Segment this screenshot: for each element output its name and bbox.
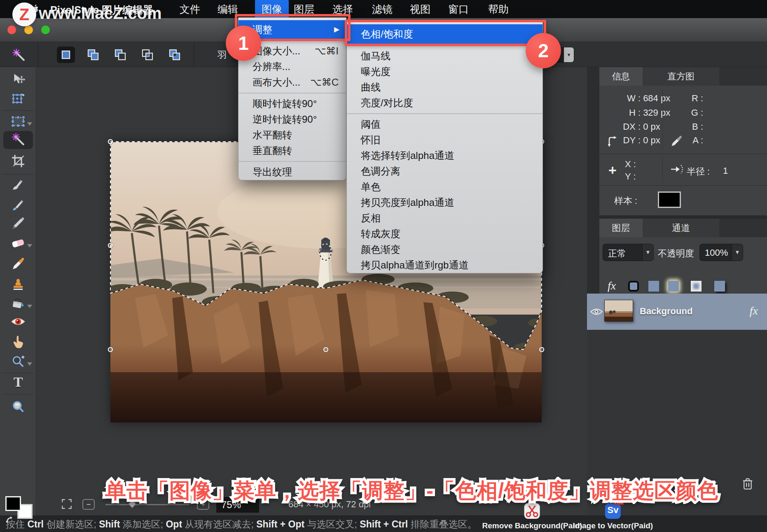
marquee-icon	[11, 115, 26, 129]
style-fill-button[interactable]	[648, 281, 659, 292]
adjust-submenu-item-10[interactable]: 色调分离	[347, 163, 543, 179]
selection-mode-add-selection[interactable]	[84, 47, 102, 63]
adjust-submenu-item-9[interactable]: 将选择转到alpha通道	[347, 148, 543, 163]
adjust-submenu-item-16[interactable]: 拷贝alpha通道到rgb通道	[347, 257, 543, 273]
radius-value: 1	[723, 166, 728, 176]
style-shadow-button[interactable]	[714, 281, 725, 292]
selection-mode-exclude-selection[interactable]	[166, 47, 184, 63]
image-menu-item-7[interactable]: 逆时针旋转90°	[239, 112, 346, 127]
crop-tool[interactable]	[3, 153, 33, 171]
flyout-arrow-icon	[27, 122, 32, 126]
style-stroke-button[interactable]	[628, 281, 639, 292]
hint-text: 排除重叠选区。	[408, 519, 477, 530]
adjust-submenu-item-11[interactable]: 单色	[347, 179, 543, 195]
adjust-submenu-item-14[interactable]: 转成灰度	[347, 226, 543, 242]
adjust-submenu-item-5[interactable]: 亮度/对比度	[347, 95, 543, 111]
current-tool-wand-icon	[12, 48, 26, 63]
text-tool[interactable]: T	[3, 373, 33, 391]
image-menu-item-9[interactable]: 垂直翻转	[239, 143, 346, 159]
image-menu-item-11[interactable]: 导出纹理	[239, 164, 346, 180]
selection-mode-subtract-selection[interactable]	[111, 47, 129, 63]
tab-info[interactable]: 信息	[599, 67, 643, 86]
dim-value: 684 px	[643, 93, 670, 103]
layer-visibility-eye-icon[interactable]	[590, 308, 603, 317]
adjust-submenu-item-2[interactable]: 伽马线	[347, 48, 543, 64]
macz-logo: Z	[12, 2, 36, 26]
stamp-icon	[11, 277, 25, 293]
marquee-select-tool[interactable]	[3, 113, 33, 131]
style-blur-button[interactable]	[691, 281, 702, 292]
flyout-arrow-icon	[27, 362, 32, 366]
fit-screen-icon[interactable]	[61, 498, 72, 510]
layer-thumbnail	[604, 300, 633, 322]
menubar-item-1[interactable]: 文件	[173, 0, 207, 18]
clone-stamp-tool[interactable]	[3, 276, 33, 294]
adjust-submenu-item-7[interactable]: 阈值	[347, 117, 543, 132]
hint-text: 与选区交叉;	[304, 519, 360, 530]
menu-separator	[239, 161, 346, 162]
channel-label: A :	[686, 135, 703, 146]
step-2-badge: 2	[526, 33, 561, 68]
image-menu-item-8[interactable]: 水平翻转	[239, 127, 346, 143]
flyout-arrow-icon	[27, 244, 32, 247]
close-window-button[interactable]	[7, 26, 16, 34]
trash-icon[interactable]	[741, 477, 754, 491]
adjust-submenu-item-12[interactable]: 拷贝亮度到alpha通道	[347, 195, 543, 210]
eyedropper-info-icon	[670, 135, 683, 149]
opacity-value: 100%	[705, 247, 728, 258]
adjust-submenu-item-8[interactable]: 怀旧	[347, 132, 543, 148]
tool-sidebar: T	[0, 67, 36, 516]
adjust-submenu-item-13[interactable]: 反相	[347, 210, 543, 226]
magic-wand-tool[interactable]	[3, 131, 33, 149]
image-menu-item-4[interactable]: 画布大小...⌥⌘C	[239, 75, 346, 90]
adjust-submenu-item-4[interactable]: 曲线	[347, 79, 543, 95]
image-menu-item-6[interactable]: 顺时针旋转90°	[239, 96, 346, 112]
adjust-submenu-item-3[interactable]: 曝光度	[347, 64, 543, 79]
hint-text: 创建新选区;	[44, 519, 99, 530]
zoom-in-tool[interactable]	[3, 353, 33, 371]
paint-bucket-tool[interactable]	[3, 296, 33, 314]
pencil-tool[interactable]	[3, 215, 33, 233]
channel-label: R :	[686, 93, 703, 104]
eraser-icon	[11, 238, 26, 251]
zoom-out-button[interactable]: −	[82, 499, 95, 510]
foreground-color-swatch[interactable]	[5, 496, 21, 511]
sample-color-swatch[interactable]	[658, 191, 681, 208]
move-tool[interactable]	[3, 71, 33, 89]
info-grid: W : 684 pxH : 329 pxDX : 0 pxDY : 0 pxR …	[599, 86, 767, 154]
swap-colors-icon[interactable]	[5, 514, 16, 525]
tab-channels[interactable]: 通道	[643, 219, 719, 237]
loupe-tool[interactable]	[3, 399, 33, 417]
menubar-item-6[interactable]: 滤镜	[365, 0, 399, 18]
pos-row: Y :	[625, 171, 658, 182]
menubar-item-9[interactable]: 帮助	[482, 0, 515, 18]
layer-fx-badge[interactable]: fx	[750, 304, 758, 317]
info-dim-row: DY : 0 px	[599, 135, 682, 146]
style-outer-glow-button[interactable]	[668, 281, 679, 292]
menubar-item-8[interactable]: 窗口	[442, 0, 475, 18]
selection-mode-new-selection[interactable]	[57, 47, 75, 63]
eraser-tool[interactable]	[3, 235, 33, 253]
tab-histogram[interactable]: 直方图	[643, 67, 719, 86]
menubar-item-7[interactable]: 视图	[403, 0, 437, 18]
remove-background-action[interactable]: Remove Background(Paid)	[482, 503, 582, 530]
selection-mode-intersect-selection[interactable]	[138, 47, 157, 63]
transform-tool[interactable]	[3, 90, 33, 108]
layer-row-background[interactable]: Backgroundfx	[587, 294, 767, 330]
maximize-window-button[interactable]	[41, 26, 50, 34]
dim-label: DX :	[599, 121, 641, 132]
eyedropper-tool[interactable]	[3, 256, 33, 274]
red-eye-tool[interactable]	[3, 313, 33, 331]
paintbrush-tool[interactable]	[3, 176, 33, 194]
image-menu-item-3[interactable]: 分辨率...	[239, 59, 346, 75]
minimize-window-button[interactable]	[24, 26, 33, 34]
loupe-icon	[11, 400, 25, 415]
sv-pro-icon: Sv PRO	[605, 503, 621, 519]
tab-layers[interactable]: 图层	[599, 219, 643, 237]
smudge-tool[interactable]	[3, 334, 33, 352]
blend-mode-dropdown[interactable]: 正常▼	[603, 244, 654, 261]
brush-tool[interactable]	[3, 197, 33, 215]
adjust-submenu-item-15[interactable]: 颜色渐变	[347, 242, 543, 257]
opacity-dropdown[interactable]: 100%▼	[699, 244, 743, 261]
image-to-vector-action[interactable]: Sv PRO Image to Vector(Paid)	[573, 503, 653, 530]
